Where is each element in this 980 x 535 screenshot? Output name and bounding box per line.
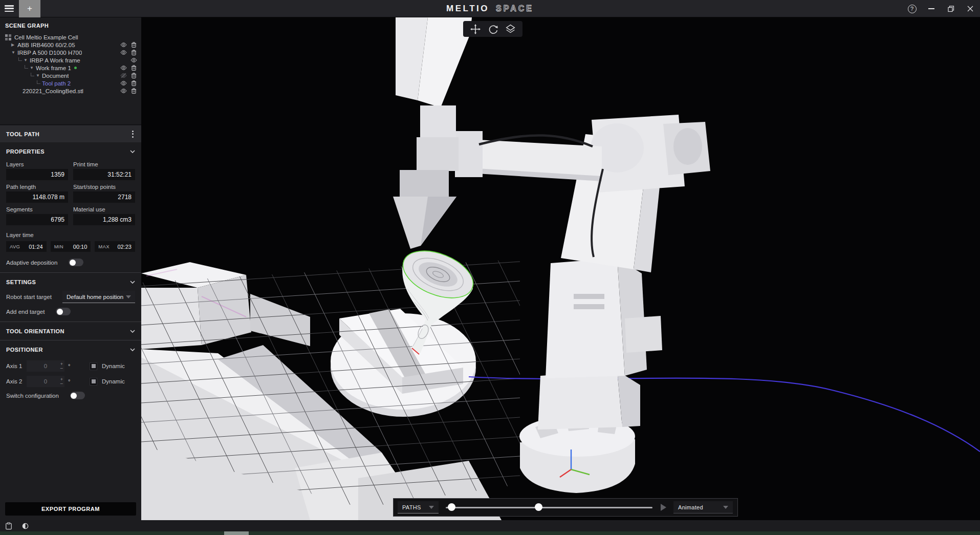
print-time-value: 31:52:21 xyxy=(73,169,135,180)
eye-icon[interactable] xyxy=(120,65,127,71)
axis2-input[interactable]: 0 +– xyxy=(27,376,64,387)
build-platter[interactable] xyxy=(331,309,476,417)
left-panel: SCENE GRAPH Cell Meltio Example Cell ▶ A… xyxy=(0,17,141,520)
robot-arm[interactable] xyxy=(455,115,710,493)
trash-icon[interactable] xyxy=(130,41,137,48)
dropdown-arrow-icon xyxy=(126,295,131,298)
rotate-tool-icon[interactable] xyxy=(488,24,498,34)
move-tool-icon[interactable] xyxy=(470,24,481,35)
start-stop-points-value: 2718 xyxy=(73,191,135,203)
restore-button[interactable] xyxy=(944,3,957,15)
close-icon xyxy=(967,6,973,12)
chevron-right-icon[interactable]: ▶ xyxy=(11,42,15,47)
positioner-section-header[interactable]: POSITIONER xyxy=(6,340,135,358)
timeline-slider[interactable] xyxy=(446,498,652,517)
trash-icon[interactable] xyxy=(130,49,137,56)
contrast-icon[interactable] xyxy=(22,523,29,529)
slider-track[interactable] xyxy=(446,507,652,509)
axis2-row: Axis 2 0 +– ° Dynamic xyxy=(6,374,135,389)
eye-icon[interactable] xyxy=(130,57,137,63)
chevron-down-icon xyxy=(130,330,135,333)
app-logo: MELTIO SPACE xyxy=(0,0,980,17)
scene-canvas[interactable] xyxy=(141,17,980,520)
stepper-icon[interactable]: +– xyxy=(60,360,63,372)
tool-path-panel: TOOL PATH PROPERTIES Layers 1359 Print t… xyxy=(0,125,141,520)
axis1-input[interactable]: 0 +– xyxy=(27,360,64,372)
adaptive-deposition-toggle[interactable] xyxy=(69,259,83,266)
slider-handle-start[interactable] xyxy=(448,503,455,511)
chevron-down-icon xyxy=(130,348,135,351)
trash-icon[interactable] xyxy=(130,65,137,71)
clipboard-icon[interactable] xyxy=(5,522,12,530)
field-label: Material use xyxy=(73,205,135,214)
hamburger-menu-icon[interactable] xyxy=(5,5,14,12)
meltio-space-app: + MELTIO SPACE ? SCENE GRAPH xyxy=(0,0,980,535)
brand-space: SPACE xyxy=(496,4,534,13)
field-label: Path length xyxy=(6,183,68,191)
trash-icon[interactable] xyxy=(130,80,137,87)
play-button[interactable] xyxy=(661,504,666,511)
close-button[interactable] xyxy=(964,3,977,15)
switch-configuration-toggle[interactable] xyxy=(70,392,85,399)
trash-icon[interactable] xyxy=(130,88,137,94)
paths-mode-dropdown[interactable]: PATHS xyxy=(398,501,439,513)
cell-grid-icon xyxy=(5,34,11,40)
kebab-menu-icon[interactable] xyxy=(130,129,135,139)
scene-item-cell[interactable]: Cell Meltio Example Cell xyxy=(5,33,141,41)
adaptive-deposition-label: Adaptive deposition xyxy=(6,260,57,266)
eye-off-icon[interactable] xyxy=(120,72,127,79)
eye-icon[interactable] xyxy=(120,49,127,56)
tool-orientation-section-header[interactable]: TOOL ORIENTATION xyxy=(6,322,135,340)
layers-tool-icon[interactable] xyxy=(505,24,516,34)
trash-icon[interactable] xyxy=(130,72,137,79)
eye-icon[interactable] xyxy=(120,88,127,94)
scene-item-coolingbed[interactable]: 220221_CoolingBed.stl xyxy=(5,87,141,95)
scene-item-toolpath2[interactable]: Tool path 2 xyxy=(5,79,141,87)
viewport-3d[interactable]: PATHS Animated xyxy=(141,17,980,520)
axis1-row: Axis 1 0 +– ° Dynamic xyxy=(6,358,135,374)
scene-item-workframe-parent[interactable]: ▼ IRBP A Work frame xyxy=(5,56,141,64)
scene-item-workframe1[interactable]: ▼ Work frame 1 xyxy=(5,64,141,72)
export-program-button[interactable]: EXPORT PROGRAM xyxy=(5,502,136,516)
robot-start-target-dropdown[interactable]: Default home position xyxy=(62,291,135,303)
field-label: Layers xyxy=(6,160,68,169)
properties-section-header[interactable]: PROPERTIES xyxy=(6,142,135,160)
chevron-down-icon xyxy=(130,281,135,284)
chevron-down-icon[interactable]: ▼ xyxy=(36,73,40,78)
help-button[interactable]: ? xyxy=(905,3,919,15)
chevron-down-icon[interactable]: ▼ xyxy=(24,58,28,62)
segments-value: 6795 xyxy=(6,214,68,225)
axis1-dynamic-checkbox[interactable] xyxy=(90,362,97,370)
tree-branch xyxy=(18,57,22,61)
chevron-down-icon[interactable]: ▼ xyxy=(30,66,34,70)
scene-item-document[interactable]: ▼ Document xyxy=(5,72,141,79)
viewport-toolbar xyxy=(463,21,522,37)
scene-item-positioner[interactable]: ▼ IRBP A 500 D1000 H700 xyxy=(5,49,141,56)
eye-icon[interactable] xyxy=(120,80,127,87)
slider-handle-current[interactable] xyxy=(535,503,542,511)
layer-time-label: Layer time xyxy=(6,231,135,240)
eye-icon[interactable] xyxy=(120,41,127,48)
animation-mode-dropdown[interactable]: Animated xyxy=(673,501,733,513)
min-stat: MIN 00:10 xyxy=(51,241,91,252)
chevron-down-icon[interactable]: ▼ xyxy=(11,50,15,55)
stepper-icon[interactable]: +– xyxy=(60,376,63,387)
taskbar-edge-highlight xyxy=(224,531,249,535)
new-tab-button[interactable]: + xyxy=(19,0,40,17)
axis2-dynamic-checkbox[interactable] xyxy=(90,378,97,386)
avg-stat: AVG 01:24 xyxy=(6,241,47,252)
field-label: Print time xyxy=(73,160,135,169)
layer-time-stats: AVG 01:24 MIN 00:10 MAX 02:23 xyxy=(6,241,135,252)
tree-branch xyxy=(31,73,34,76)
minimize-button[interactable] xyxy=(925,3,938,15)
robot-start-target-label: Robot start target xyxy=(6,294,62,300)
path-length-value: 1148.078 m xyxy=(6,191,68,203)
scene-item-robot[interactable]: ▶ ABB IRB4600 60/2.05 xyxy=(5,41,141,49)
scene-graph-panel: SCENE GRAPH Cell Meltio Example Cell ▶ A… xyxy=(0,17,141,125)
material-use-value: 1,288 cm3 xyxy=(73,214,135,225)
dropdown-arrow-icon xyxy=(429,506,434,509)
title-bar: + MELTIO SPACE ? xyxy=(0,0,980,17)
brand-meltio: MELTIO xyxy=(446,4,489,14)
settings-section-header[interactable]: SETTINGS xyxy=(6,273,135,291)
add-end-target-toggle[interactable] xyxy=(56,308,71,315)
